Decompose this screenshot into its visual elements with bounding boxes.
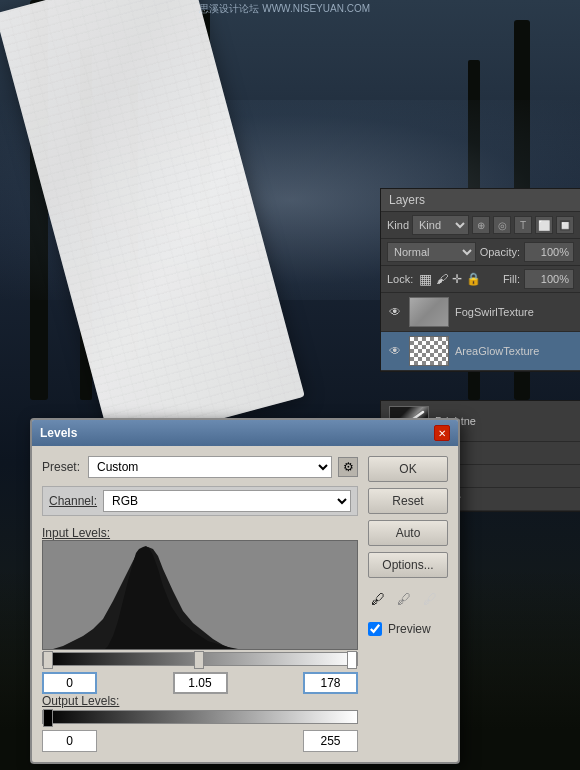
lock-checkered-icon[interactable]: ▦ — [419, 271, 432, 287]
dialog-right-panel: OK Reset Auto Options... 🖋 🖋 🖋 Preview — [368, 456, 448, 752]
output-values-row — [42, 730, 358, 752]
lock-all-icon[interactable]: 🔒 — [466, 272, 481, 286]
layer-name: AreaGlowTexture — [455, 345, 539, 357]
smart-icon[interactable]: 🔲 — [556, 216, 574, 234]
fill-label: Fill: — [503, 273, 520, 285]
gamma-input[interactable] — [173, 672, 228, 694]
levels-dialog: Levels ✕ Preset: Custom ⚙ Channel: RGB — [30, 418, 460, 764]
white-point-input[interactable] — [303, 672, 358, 694]
white-eyedropper-icon[interactable]: 🖋 — [420, 588, 440, 610]
lock-brush-icon[interactable]: 🖌 — [436, 272, 448, 286]
white-point-handle[interactable] — [347, 651, 357, 669]
channel-row: Channel: RGB — [42, 486, 358, 516]
histogram-svg — [43, 541, 357, 649]
kind-label: Kind — [387, 219, 409, 231]
gray-eyedropper-icon[interactable]: 🖋 — [394, 588, 414, 610]
output-levels-slider[interactable] — [42, 710, 358, 724]
lock-label: Lock: — [387, 273, 413, 285]
output-black-handle[interactable] — [43, 709, 53, 727]
visibility-icon[interactable]: 👁 — [387, 343, 403, 359]
eyedroppers-row: 🖋 🖋 🖋 — [368, 588, 448, 610]
dialog-close-button[interactable]: ✕ — [434, 425, 450, 441]
blend-opacity-row: Normal Opacity: — [381, 239, 580, 266]
lock-transform-icon[interactable]: ✛ — [452, 272, 462, 286]
input-levels-slider[interactable] — [42, 652, 358, 666]
histogram-display — [42, 540, 358, 650]
input-values-row — [42, 672, 358, 694]
preview-label: Preview — [388, 622, 431, 636]
layers-kind-row: Kind Kind ⊕ ◎ T ⬜ 🔲 — [381, 212, 580, 239]
channel-select[interactable]: RGB — [103, 490, 351, 512]
reset-button[interactable]: Reset — [368, 488, 448, 514]
dialog-titlebar: Levels ✕ — [32, 420, 458, 446]
layer-item[interactable]: 👁 AreaGlowTexture — [381, 332, 580, 371]
channel-label: Channel: — [49, 494, 97, 508]
input-levels-label: Input Levels: — [42, 526, 358, 540]
ok-button[interactable]: OK — [368, 456, 448, 482]
shape-icon[interactable]: ⬜ — [535, 216, 553, 234]
output-black-input[interactable] — [42, 730, 97, 752]
type-icon[interactable]: T — [514, 216, 532, 234]
preview-row: Preview — [368, 622, 448, 636]
filter-icon[interactable]: ⊕ — [472, 216, 490, 234]
adjustment-icon[interactable]: ◎ — [493, 216, 511, 234]
black-eyedropper-icon[interactable]: 🖋 — [368, 588, 388, 610]
visibility-icon[interactable]: 👁 — [387, 304, 403, 320]
preset-label: Preset: — [42, 460, 82, 474]
layers-panel-header: Layers — [381, 189, 580, 212]
layer-thumbnail — [409, 336, 449, 366]
lock-fill-row: Lock: ▦ 🖌 ✛ 🔒 Fill: — [381, 266, 580, 293]
kind-select[interactable]: Kind — [412, 215, 469, 235]
preset-row: Preset: Custom ⚙ — [42, 456, 358, 478]
gamma-handle[interactable] — [194, 651, 204, 669]
preview-checkbox[interactable] — [368, 622, 382, 636]
output-white-input[interactable] — [303, 730, 358, 752]
layers-panel-title: Layers — [389, 193, 425, 207]
dialog-left-panel: Preset: Custom ⚙ Channel: RGB Input Leve… — [42, 456, 358, 752]
opacity-label: Opacity: — [480, 246, 520, 258]
options-button[interactable]: Options... — [368, 552, 448, 578]
gear-icon[interactable]: ⚙ — [338, 457, 358, 477]
dialog-title: Levels — [40, 426, 77, 440]
black-point-handle[interactable] — [43, 651, 53, 669]
black-point-input[interactable] — [42, 672, 97, 694]
auto-button[interactable]: Auto — [368, 520, 448, 546]
layers-panel: Layers Kind Kind ⊕ ◎ T ⬜ 🔲 Normal Opacit… — [380, 188, 580, 372]
fill-field[interactable] — [524, 269, 574, 289]
blend-mode-select[interactable]: Normal — [387, 242, 476, 262]
layer-item[interactable]: 👁 FogSwirlTexture — [381, 293, 580, 332]
layer-thumbnail — [409, 297, 449, 327]
layer-name: FogSwirlTexture — [455, 306, 534, 318]
output-levels-label: Output Levels: — [42, 694, 358, 708]
dialog-body: Preset: Custom ⚙ Channel: RGB Input Leve… — [32, 446, 458, 762]
preset-select[interactable]: Custom — [88, 456, 332, 478]
opacity-field[interactable] — [524, 242, 574, 262]
